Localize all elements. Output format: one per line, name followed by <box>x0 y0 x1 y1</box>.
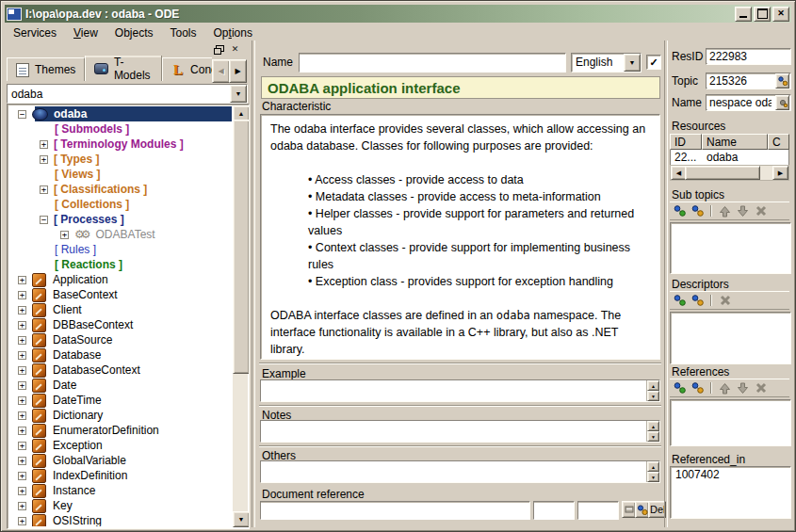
close-button[interactable]: ✕ <box>772 7 789 22</box>
tree-item-class[interactable]: +OSIString <box>9 513 232 526</box>
add-descriptor-button[interactable] <box>672 293 688 308</box>
expand-icon[interactable]: + <box>18 411 26 420</box>
expand-icon[interactable]: + <box>18 381 26 390</box>
tree-item-class[interactable]: +BaseContext <box>9 287 232 302</box>
example-field[interactable]: ▲ ▼ <box>260 379 660 402</box>
expand-icon[interactable]: + <box>18 457 26 465</box>
close-panel-button[interactable]: ✕ <box>228 42 242 55</box>
move-down-button[interactable] <box>735 203 751 218</box>
tree-item-classifications[interactable]: +[ Classifications ] <box>9 182 232 197</box>
language-combobox[interactable]: English ▼ <box>571 53 642 73</box>
column-header-name[interactable]: Name <box>702 134 768 150</box>
expand-icon[interactable]: + <box>18 336 26 345</box>
referenced-in-list[interactable]: 1007402 <box>670 466 791 519</box>
scroll-right-button[interactable]: ▶ <box>772 166 788 180</box>
insert-reference-button[interactable] <box>690 380 706 395</box>
tree-item-class[interactable]: +DateTime <box>9 393 232 408</box>
expand-icon[interactable]: + <box>18 517 26 525</box>
referenced-in-item[interactable]: 1007402 <box>671 467 790 482</box>
tree-item-class[interactable]: +Instance <box>9 483 232 498</box>
tab-concepts[interactable]: L Conc <box>162 57 212 81</box>
tree-item-views[interactable]: [ Views ] <box>9 167 232 182</box>
tree-item-processes[interactable]: −[ Processes ] <box>9 212 232 227</box>
tree-item-odabatest[interactable]: +⚙⚙ODABATest <box>9 227 232 242</box>
menu-services[interactable]: Services <box>5 25 65 40</box>
others-input[interactable] <box>261 461 646 482</box>
tree-item-class[interactable]: +EnumeratorDefinition <box>9 423 232 438</box>
characteristic-textarea[interactable]: The odaba interface provides several cla… <box>260 114 660 360</box>
tree-item-class[interactable]: +Application <box>9 272 232 287</box>
tree-item-class[interactable]: +DBBaseContext <box>9 317 232 332</box>
remove-button[interactable] <box>717 293 733 308</box>
resources-hscrollbar[interactable]: ◀ ▶ <box>670 165 789 181</box>
scroll-up-button[interactable]: ▲ <box>647 380 659 391</box>
scroll-down-button[interactable]: ▼ <box>647 431 659 442</box>
scrollbar-thumb[interactable] <box>685 166 760 180</box>
collapse-icon[interactable]: − <box>40 216 48 224</box>
scrollbar-thumb[interactable] <box>233 120 250 374</box>
name-input[interactable] <box>300 55 565 73</box>
expand-icon[interactable]: + <box>18 291 26 299</box>
menu-view[interactable]: View <box>65 25 106 40</box>
descriptors-list[interactable] <box>670 312 791 364</box>
expand-icon[interactable]: + <box>18 487 26 495</box>
notes-input[interactable] <box>261 421 646 442</box>
tree-item-odaba[interactable]: − odaba <box>9 106 232 121</box>
expand-icon[interactable]: + <box>18 442 26 450</box>
tree-item-class[interactable]: +Client <box>9 302 232 317</box>
expand-icon[interactable]: + <box>40 155 48 164</box>
remove-button[interactable] <box>753 380 769 395</box>
add-reference-button[interactable] <box>672 380 688 395</box>
tree-item-terminology-modules[interactable]: +[ Terminology Modules ] <box>9 137 232 152</box>
menu-options[interactable]: Options <box>205 25 261 40</box>
topic-input[interactable] <box>707 74 774 88</box>
scroll-down-button[interactable]: ▼ <box>233 511 250 527</box>
tree-item-submodels[interactable]: [ Submodels ] <box>9 121 232 137</box>
document-reference-field2[interactable] <box>534 503 574 520</box>
scroll-up-button[interactable]: ▲ <box>647 461 659 472</box>
menu-objects[interactable]: Objects <box>106 25 162 40</box>
example-input[interactable] <box>261 380 646 401</box>
tree-item-class[interactable]: +DataSource <box>9 332 232 347</box>
right-splitter[interactable] <box>664 40 668 527</box>
tree-item-class[interactable]: +GlobalVariable <box>9 453 232 468</box>
expand-icon[interactable]: + <box>18 366 26 375</box>
notes-field[interactable]: ▲ ▼ <box>260 420 660 443</box>
document-link-button[interactable] <box>635 501 649 518</box>
tree-item-rules[interactable]: [ Rules ] <box>9 242 232 257</box>
tree-scrollbar[interactable]: ▲ ▼ <box>233 105 248 527</box>
tree-item-types[interactable]: +[ Types ] <box>9 152 232 167</box>
model-filter-input[interactable] <box>8 85 230 103</box>
tree-item-class[interactable]: +Exception <box>9 438 232 453</box>
tree-item-collections[interactable]: [ Collections ] <box>9 197 232 212</box>
tree-item-class[interactable]: +Dictionary <box>9 408 232 423</box>
expand-icon[interactable]: + <box>60 231 69 239</box>
language-checkbox[interactable]: ✓ <box>646 55 661 70</box>
expand-icon[interactable]: + <box>18 276 26 284</box>
move-up-button[interactable] <box>717 380 733 395</box>
tree-item-class[interactable]: +Database <box>9 347 232 363</box>
expand-icon[interactable]: + <box>18 351 26 360</box>
column-header-c[interactable]: C <box>768 134 789 150</box>
remove-button[interactable] <box>753 203 769 218</box>
combo-dropdown-button[interactable]: ▼ <box>624 54 641 72</box>
tree-item-class[interactable]: +IndexDefinition <box>9 468 232 483</box>
others-field[interactable]: ▲ ▼ <box>260 460 660 483</box>
minimize-button[interactable] <box>735 7 752 22</box>
expand-icon[interactable]: + <box>18 502 26 510</box>
document-open-button[interactable] <box>622 501 636 518</box>
collapse-icon[interactable]: − <box>18 110 26 119</box>
move-down-button[interactable] <box>735 380 751 395</box>
resid-input[interactable] <box>707 50 790 63</box>
expand-icon[interactable]: + <box>18 306 26 314</box>
menu-tools[interactable]: Tools <box>162 25 205 40</box>
maximize-button[interactable] <box>754 7 771 22</box>
tab-scroll-right-button[interactable]: ▶ <box>229 59 247 83</box>
expand-icon[interactable]: + <box>18 427 26 435</box>
topic-name-input[interactable] <box>707 96 774 109</box>
title-bar[interactable]: I:\opa\opa.dev : odaba - ODE ✕ <box>5 5 791 23</box>
tab-scroll-left-button[interactable]: ◀ <box>212 59 230 83</box>
expand-icon[interactable]: + <box>40 185 48 194</box>
name-link-button[interactable] <box>775 95 789 110</box>
move-up-button[interactable] <box>717 203 733 218</box>
